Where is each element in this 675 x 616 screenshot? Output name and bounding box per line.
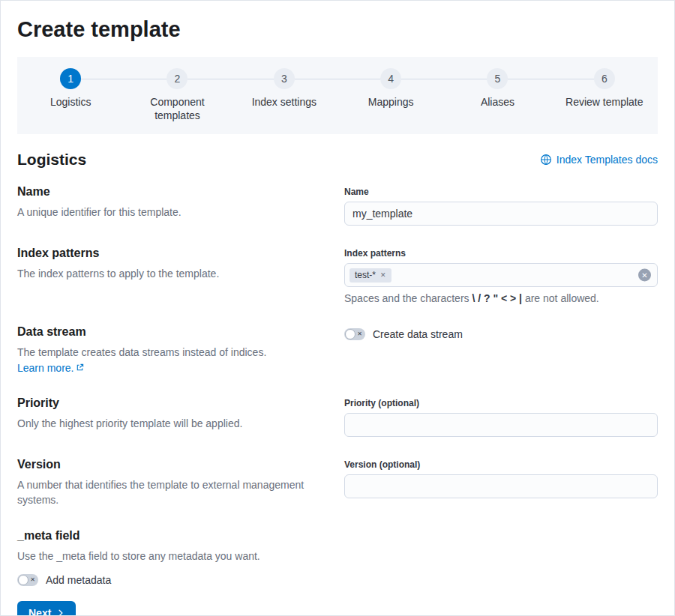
name-field-label: Name bbox=[344, 187, 658, 197]
step-number: 5 bbox=[487, 68, 508, 89]
create-data-stream-toggle-label: Create data stream bbox=[373, 328, 463, 340]
row-title-data-stream: Data stream bbox=[17, 325, 329, 339]
priority-input[interactable] bbox=[344, 413, 658, 437]
row-description-priority: Only the highest priority template will … bbox=[17, 416, 329, 431]
row-description-index-patterns: The index patterns to apply to the templ… bbox=[17, 266, 329, 281]
step-review-template[interactable]: 6 Review template bbox=[551, 68, 658, 122]
row-description-version: A number that identifies the template to… bbox=[17, 477, 329, 508]
add-metadata-row: ✕ Add metadata bbox=[17, 574, 658, 586]
step-logistics[interactable]: 1 Logistics bbox=[17, 68, 124, 122]
add-metadata-toggle-label: Add metadata bbox=[46, 574, 111, 586]
form-row-priority: Priority Only the highest priority templ… bbox=[17, 396, 658, 437]
external-link-icon bbox=[76, 363, 84, 372]
row-title-index-patterns: Index patterns bbox=[17, 247, 329, 260]
form-row-name: Name A unique identifier for this templa… bbox=[17, 185, 658, 226]
docs-link-label: Index Templates docs bbox=[556, 154, 658, 166]
step-component-templates[interactable]: 2 Component templates bbox=[124, 68, 230, 122]
docs-icon bbox=[540, 154, 552, 166]
step-label: Component templates bbox=[133, 95, 221, 122]
learn-more-link[interactable]: Learn more. bbox=[17, 360, 84, 375]
section-header: Logistics Index Templates docs bbox=[17, 151, 658, 169]
section-title: Logistics bbox=[17, 151, 86, 169]
step-number: 3 bbox=[274, 68, 295, 89]
priority-field-label: Priority (optional) bbox=[344, 398, 658, 408]
toggle-thumb bbox=[345, 329, 356, 339]
row-title-version: Version bbox=[17, 458, 329, 471]
row-title-name: Name bbox=[17, 185, 329, 199]
row-description-meta: Use the _meta field to store any metadat… bbox=[17, 549, 329, 564]
step-aliases[interactable]: 5 Aliases bbox=[444, 68, 550, 122]
step-label: Index settings bbox=[252, 95, 316, 109]
toggle-thumb bbox=[18, 575, 28, 585]
row-title-meta: _meta field bbox=[17, 529, 329, 543]
index-pattern-tag-label: test-* bbox=[355, 270, 376, 282]
form-row-data-stream: Data stream The template creates data st… bbox=[17, 325, 658, 375]
row-title-priority: Priority bbox=[17, 396, 329, 410]
index-patterns-field-label: Index patterns bbox=[344, 248, 658, 259]
step-number: 2 bbox=[166, 68, 188, 89]
form-row-meta: _meta field Use the _meta field to store… bbox=[17, 529, 658, 564]
docs-link[interactable]: Index Templates docs bbox=[540, 154, 658, 166]
remove-tag-icon[interactable]: ✕ bbox=[380, 271, 386, 280]
step-label: Logistics bbox=[50, 95, 91, 109]
index-pattern-tag: test-* ✕ bbox=[350, 268, 392, 283]
step-index-settings[interactable]: 3 Index settings bbox=[231, 68, 338, 122]
row-description-name: A unique identifier for this template. bbox=[17, 205, 329, 220]
step-mappings[interactable]: 4 Mappings bbox=[338, 68, 444, 122]
arrow-right-icon bbox=[57, 609, 64, 616]
form-row-version: Version A number that identifies the tem… bbox=[17, 458, 658, 508]
disallowed-characters: \ / ? " < > | bbox=[472, 292, 522, 304]
create-data-stream-toggle[interactable]: ✕ bbox=[344, 328, 365, 340]
step-label: Review template bbox=[566, 95, 644, 109]
page-title: Create template bbox=[17, 17, 658, 42]
add-metadata-toggle[interactable]: ✕ bbox=[17, 574, 38, 586]
step-number: 6 bbox=[594, 68, 615, 89]
index-patterns-help-text: Spaces and the characters \ / ? " < > | … bbox=[344, 292, 658, 304]
clear-input-icon[interactable]: ✕ bbox=[638, 269, 651, 282]
toggle-off-icon: ✕ bbox=[30, 577, 35, 583]
next-button-label: Next bbox=[28, 607, 51, 616]
version-field-label: Version (optional) bbox=[344, 459, 658, 470]
step-number: 1 bbox=[60, 68, 81, 89]
step-number: 4 bbox=[380, 68, 401, 89]
form-row-index-patterns: Index patterns The index patterns to app… bbox=[17, 247, 658, 304]
next-button[interactable]: Next bbox=[17, 601, 76, 616]
index-patterns-combobox[interactable]: test-* ✕ ✕ bbox=[344, 263, 658, 287]
name-input[interactable] bbox=[344, 202, 658, 226]
step-label: Aliases bbox=[481, 95, 514, 109]
row-description-data-stream: The template creates data streams instea… bbox=[17, 345, 329, 375]
toggle-off-icon: ✕ bbox=[357, 331, 362, 337]
version-input[interactable] bbox=[344, 474, 658, 498]
steps-bar: 1 Logistics 2 Component templates 3 Inde… bbox=[17, 57, 658, 134]
step-label: Mappings bbox=[368, 95, 414, 109]
create-template-page: Create template 1 Logistics 2 Component … bbox=[1, 1, 674, 616]
